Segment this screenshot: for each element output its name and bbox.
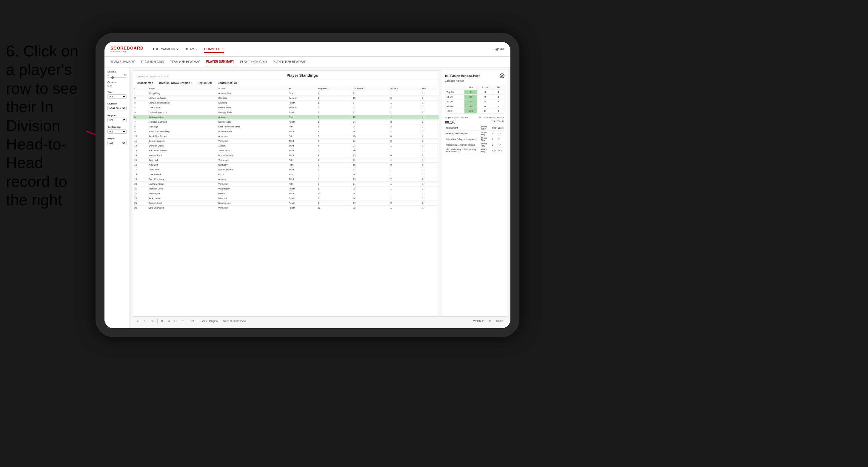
cell-num: 9: [133, 129, 148, 134]
view-original-button[interactable]: View: Original: [200, 319, 219, 323]
forward-button[interactable]: ↻: [150, 319, 155, 323]
cell-reg-rank: 1: [317, 120, 352, 124]
table-row[interactable]: 13 Phichakun Maichon Texas A&M Third 6 3…: [133, 148, 439, 153]
cell-yr: Third: [287, 191, 317, 196]
nav-committee[interactable]: COMMITTEE: [204, 46, 224, 53]
cell-player: Wenyi Ding: [148, 91, 217, 96]
table-row[interactable]: 3 Michael Thorbjornsen Stanford Fourth 1…: [133, 100, 439, 105]
table-row[interactable]: 4 Luke Claton Florida State Second 1 27 …: [133, 105, 439, 110]
tournament-row: Amer Ari Intercollegiate Stroke Play 4 -…: [445, 131, 504, 136]
nav-tournaments[interactable]: TOURNAMENTS: [153, 46, 178, 53]
t-col-type: Event Type: [480, 125, 491, 131]
paste-button[interactable]: ⧉: [166, 319, 171, 323]
sign-out-button[interactable]: Sign out: [493, 48, 504, 51]
subnav-team-h2h-grid[interactable]: TEAM H2H GRID: [141, 59, 164, 65]
table-row[interactable]: 15 Jake Hall Tennessee Fifth 4 21 1 1: [133, 158, 439, 163]
table-row[interactable]: 5 Christo Lamprecht Georgia Tech Fourth …: [133, 110, 439, 115]
redo-button[interactable]: ↪: [143, 319, 148, 323]
table-row[interactable]: 7 Nicholas Gabrelcik North Florida Fourt…: [133, 120, 439, 124]
cell-win: 1: [421, 187, 439, 191]
cell-school: Georgia Tech: [217, 110, 288, 115]
table-row[interactable]: 14 Maxwell Ford North Carolina Third 4 2…: [133, 153, 439, 158]
table-header-row: # Player School Yr Reg Rank Conf Rank No…: [133, 86, 439, 91]
table-row[interactable]: 12 Brendan Valles Auburn Third 4 27 1 1: [133, 144, 439, 148]
cell-school: Arizona State: [217, 129, 288, 134]
cell-reg-rank: 5: [317, 167, 352, 172]
table-row[interactable]: 21 Taehoon Song Washington Fourth 6 23 1…: [133, 187, 439, 191]
copy-button[interactable]: ⧉: [160, 319, 164, 323]
sidebar-region: Region N/a: [107, 114, 127, 122]
layout-button[interactable]: ⊞: [488, 319, 493, 323]
cell-player: Alex Goff: [148, 163, 217, 167]
subnav-team-h2h-heatmap[interactable]: TEAM H2H HEATMAP: [170, 59, 200, 65]
table-row[interactable]: 24 Bastien Amat New Mexico Fourth 1 27 2…: [133, 201, 439, 206]
filter-row: Gender: Men Division: NCAA Division I Re…: [133, 80, 439, 86]
sidebar-no-rds: No Rds. 6 52: [107, 70, 127, 78]
cell-player: Gordon Sargent: [148, 139, 217, 144]
year-label: Year: [107, 91, 127, 93]
cell-num: 2: [133, 96, 148, 100]
nav-items: TOURNAMENTS TEAMS COMMITTEE: [153, 46, 493, 53]
table-row[interactable]: 10 Jacob Mac Diesen Arkansas Fifth 3 25 …: [133, 134, 439, 139]
table-row[interactable]: 2 Michael La Sasse Ole Miss Second 1 19 …: [133, 96, 439, 100]
cell-player: Taehoon Song: [148, 187, 217, 191]
player-select[interactable]: (All): [107, 141, 127, 145]
cell-no-rds: 1: [389, 191, 421, 196]
player-label: Player: [107, 137, 127, 140]
no-rds-slider[interactable]: [107, 77, 127, 78]
cell-school: Arizona State: [217, 91, 288, 96]
table-row[interactable]: 17 David Ford North Carolina Third 5 21 …: [133, 167, 439, 172]
subnav-player-h2h-heatmap[interactable]: PLAYER H2H HEATMAP: [273, 59, 306, 65]
standings-table: # Player School Yr Reg Rank Conf Rank No…: [133, 86, 439, 210]
no-rds-max: 52: [124, 74, 127, 76]
cell-num: 25: [133, 206, 148, 210]
cell-school: East Tennessee State: [217, 124, 288, 129]
h2h-label: 51-100: [445, 104, 464, 109]
table-row[interactable]: 6 Jackson Koivun Auburn First 2 19 1 1: [133, 115, 439, 120]
table-row[interactable]: 22 Ian Gilligan Florida Third 10 24 1 1: [133, 191, 439, 196]
subnav-player-summary[interactable]: PLAYER SUMMARY: [206, 59, 234, 65]
cell-num: 10: [133, 134, 148, 139]
nav-teams[interactable]: TEAMS: [185, 46, 197, 53]
h2h-row: 11-25 20 9 5: [445, 95, 504, 99]
table-row[interactable]: 23 Jack Lundin Missouri Fourth 11 24 1 1: [133, 196, 439, 201]
cell-win: 1: [421, 144, 439, 148]
watch-button[interactable]: Watch ▼: [472, 319, 485, 323]
more-button[interactable]: ⋯: [180, 319, 185, 323]
cell-reg-rank: 8: [317, 182, 352, 187]
cell-num: 12: [133, 144, 148, 148]
cell-win: 1: [421, 206, 439, 210]
h2h-close-button[interactable]: ✕: [500, 73, 504, 78]
cell-player: Matthew Riedel: [148, 182, 217, 187]
h2h-table-body: Top 10 8 3 2 11-25 20 9 5 26-50 22 4 1 5…: [445, 90, 504, 114]
cell-no-rds: 1: [389, 182, 421, 187]
table-row[interactable]: 9 Preston Summerhays Arizona State Third…: [133, 129, 439, 134]
subnav-player-h2h-grid[interactable]: PLAYER H2H GRID: [240, 59, 267, 65]
cell-yr: Third: [287, 167, 317, 172]
cell-conf-rank: 24: [352, 124, 389, 129]
table-row[interactable]: 19 Tiger Christensen Arizona Third 8 23 …: [133, 177, 439, 182]
timer-button[interactable]: ⏱: [190, 319, 195, 323]
region-select[interactable]: N/a: [107, 118, 127, 122]
table-row[interactable]: 18 Luke Powell UCLA First 6 24 1 1: [133, 172, 439, 177]
update-time-value: 27/03/2024 16:56:26: [150, 75, 169, 77]
division-select[interactable]: NCAA Division I: [107, 106, 127, 111]
cell-school: North Carolina: [217, 153, 288, 158]
table-row[interactable]: 25 Cole Sherwood Vanderbilt Fourth 12 23…: [133, 206, 439, 210]
subnav-team-summary[interactable]: TEAM SUMMARY: [111, 59, 135, 65]
save-custom-view-button[interactable]: Save Custom View: [222, 319, 247, 323]
table-row[interactable]: 1 Wenyi Ding Arizona State First 1 1 1 1: [133, 91, 439, 96]
table-row[interactable]: 11 Gordon Sargent Vanderbilt Third 4 21 …: [133, 139, 439, 144]
h2h-loss: 11: [477, 109, 493, 114]
share-button[interactable]: Share: [495, 319, 504, 323]
undo-button[interactable]: ↩: [136, 319, 141, 323]
conference-select[interactable]: (All): [107, 129, 127, 134]
scissors-button[interactable]: ✂: [173, 319, 178, 323]
cell-num: 13: [133, 148, 148, 153]
table-row[interactable]: 16 Alex Goff Kentucky Fifth 8 19 0 0: [133, 163, 439, 167]
year-select[interactable]: (All): [107, 94, 127, 99]
table-row[interactable]: 8 Mats Ege East Tennessee State Fifth 1 …: [133, 124, 439, 129]
table-row[interactable]: 20 Matthew Riedel Vanderbilt Fifth 8 24 …: [133, 182, 439, 187]
cell-win: 0: [421, 153, 439, 158]
cell-school: UCLA: [217, 172, 288, 177]
